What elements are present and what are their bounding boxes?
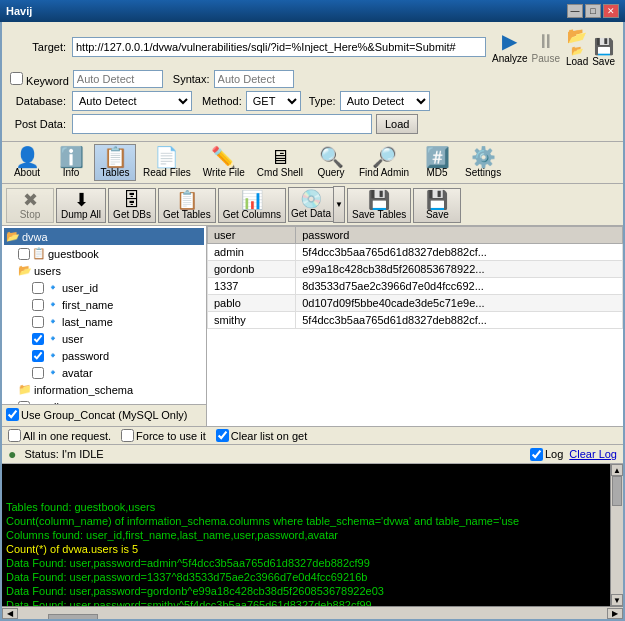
table-row[interactable]: admin5f4dcc3b5aa765d61d8327deb882cf... [208, 244, 623, 261]
keyword-checkbox[interactable] [10, 72, 23, 85]
find-admin-button[interactable]: 🔎 Find Admin [354, 144, 414, 181]
query-button[interactable]: 🔍 Query [310, 144, 352, 181]
tree-item[interactable]: 📂dvwa [4, 228, 204, 245]
info-icon: ℹ️ [59, 147, 84, 167]
get-data-dropdown[interactable]: ▼ [333, 186, 345, 223]
pause-button[interactable]: ⏸ Pause [532, 30, 560, 64]
tree-label: first_name [62, 299, 113, 311]
form-area: Target: ▶ Analyze ⏸ Pause 📂 📂 Load 💾 Sav… [2, 22, 623, 142]
log-line: Tables found: guestbook,users [6, 500, 606, 514]
write-file-button[interactable]: ✏️ Write File [198, 144, 250, 181]
tree-label: user_id [62, 282, 98, 294]
find-admin-icon: 🔎 [372, 147, 397, 167]
close-button[interactable]: ✕ [603, 4, 619, 18]
tree-label: avatar [62, 367, 93, 379]
maximize-button[interactable]: □ [585, 4, 601, 18]
cmd-shell-button[interactable]: 🖥 Cmd Shell [252, 144, 308, 181]
keyword-input[interactable] [73, 70, 163, 88]
status-right: Log Clear Log [530, 448, 617, 461]
all-in-one-label: All in one request. [23, 430, 111, 442]
postdata-row: Post Data: Load [10, 114, 615, 134]
type-select[interactable]: Auto Detect [340, 91, 430, 111]
load-text: Load [566, 56, 588, 67]
settings-button[interactable]: ⚙️ Settings [460, 144, 506, 181]
about-button[interactable]: 👤 About [6, 144, 48, 181]
get-dbs-button[interactable]: 🗄 Get DBs [108, 188, 156, 223]
scroll-h-thumb[interactable] [48, 614, 98, 619]
method-label: Method: [202, 95, 242, 107]
method-select[interactable]: GET POST [246, 91, 301, 111]
save-icon: 💾 [426, 191, 448, 209]
target-label: Target: [10, 41, 72, 53]
get-tables-button[interactable]: 📋 Get Tables [158, 188, 216, 223]
clear-list-checkbox[interactable] [216, 429, 229, 442]
log-inner: Tables found: guestbook,usersCount(colum… [2, 464, 623, 606]
table-row[interactable]: smithy5f4dcc3b5aa765d61d8327deb882cf... [208, 312, 623, 329]
postdata-input[interactable] [72, 114, 372, 134]
tree-item[interactable]: 📁information_schema [4, 381, 204, 398]
title-bar-buttons: — □ ✕ [567, 4, 619, 18]
minimize-button[interactable]: — [567, 4, 583, 18]
scroll-right-btn[interactable]: ▶ [607, 608, 623, 619]
save-text: Save [592, 56, 615, 67]
tables-button[interactable]: 📋 Tables [94, 144, 136, 181]
log-scrollbar-h[interactable]: ◀ ▶ [2, 606, 623, 619]
tree-item[interactable]: 🔹last_name [4, 313, 204, 330]
database-select[interactable]: Auto Detect [72, 91, 192, 111]
tree-item[interactable]: 🔹user_id [4, 279, 204, 296]
save-button[interactable]: 💾 Save [592, 37, 615, 67]
tree-item[interactable]: 🔹first_name [4, 296, 204, 313]
log-checkbox-group: Log [530, 448, 563, 461]
analyze-button[interactable]: ▶ Analyze [492, 29, 528, 64]
group-concat-checkbox[interactable] [6, 408, 19, 421]
tree-panel: 📂dvwa📋guestbook📂users🔹user_id🔹first_name… [2, 226, 207, 404]
log-line: Data Found: user,password=1337^8d3533d75… [6, 570, 606, 584]
scroll-thumb[interactable] [612, 476, 622, 506]
col-icon: 🔹 [46, 298, 60, 311]
scroll-down-btn[interactable]: ▼ [611, 594, 623, 606]
save-button[interactable]: 💾 Save [413, 188, 461, 223]
log-area[interactable]: Tables found: guestbook,usersCount(colum… [2, 464, 610, 606]
clear-log-button[interactable]: Clear Log [569, 448, 617, 460]
window-title: Havij [6, 5, 32, 17]
load-button[interactable]: 📂 📂 Load [566, 26, 588, 67]
scroll-up-btn[interactable]: ▲ [611, 464, 623, 476]
main-window: Target: ▶ Analyze ⏸ Pause 📂 📂 Load 💾 Sav… [0, 22, 625, 621]
tree-item[interactable]: 📋guestbook [4, 245, 204, 262]
force-checkbox[interactable] [121, 429, 134, 442]
syntax-input[interactable] [214, 70, 294, 88]
save-icon: 💾 [594, 37, 614, 56]
read-files-button[interactable]: 📄 Read Files [138, 144, 196, 181]
target-input[interactable] [72, 37, 486, 57]
tree-item[interactable]: 🔹user [4, 330, 204, 347]
write-file-icon: ✏️ [211, 147, 236, 167]
stop-button[interactable]: ✖ Stop [6, 188, 54, 223]
md5-button[interactable]: #️⃣ MD5 [416, 144, 458, 181]
tree-item[interactable]: 📂users [4, 262, 204, 279]
save-tables-button[interactable]: 💾 Save Tables [347, 188, 411, 223]
get-data-button[interactable]: 💿 Get Data [288, 187, 333, 222]
dump-all-button[interactable]: ⬇ Dump All [56, 188, 106, 223]
tree-panel-wrapper: 📂dvwa📋guestbook📂users🔹user_id🔹first_name… [2, 226, 207, 426]
keyword-row: Keyword Syntax: [10, 70, 615, 88]
tree-item[interactable]: 🔹password [4, 347, 204, 364]
table-row[interactable]: pablo0d107d09f5bbe40cade3de5c71e9e... [208, 295, 623, 312]
tree-item[interactable]: 🔹avatar [4, 364, 204, 381]
all-in-one-checkbox[interactable] [8, 429, 21, 442]
log-scrollbar-v[interactable]: ▲ ▼ [610, 464, 623, 606]
get-columns-button[interactable]: 📊 Get Columns [218, 188, 286, 223]
about-icon: 👤 [15, 147, 40, 167]
scroll-left-btn[interactable]: ◀ [2, 608, 18, 619]
info-button[interactable]: ℹ️ Info [50, 144, 92, 181]
col-icon: 🔹 [46, 349, 60, 362]
get-data-icon: 💿 [300, 190, 322, 208]
table-row[interactable]: 13378d3533d75ae2c3966d7e0d4fcc692... [208, 278, 623, 295]
log-checkbox[interactable] [530, 448, 543, 461]
load-label: 📂 [571, 45, 583, 56]
load-save-group: 📂 📂 Load 💾 Save [566, 26, 615, 67]
load-postdata-button[interactable]: Load [376, 114, 418, 134]
action-toolbar: ✖ Stop ⬇ Dump All 🗄 Get DBs 📋 Get Tables… [2, 184, 623, 226]
table-row[interactable]: gordonbe99a18c428cb38d5f260853678922... [208, 261, 623, 278]
folder-icon: 📁 [18, 383, 32, 396]
tree-label: users [34, 265, 61, 277]
